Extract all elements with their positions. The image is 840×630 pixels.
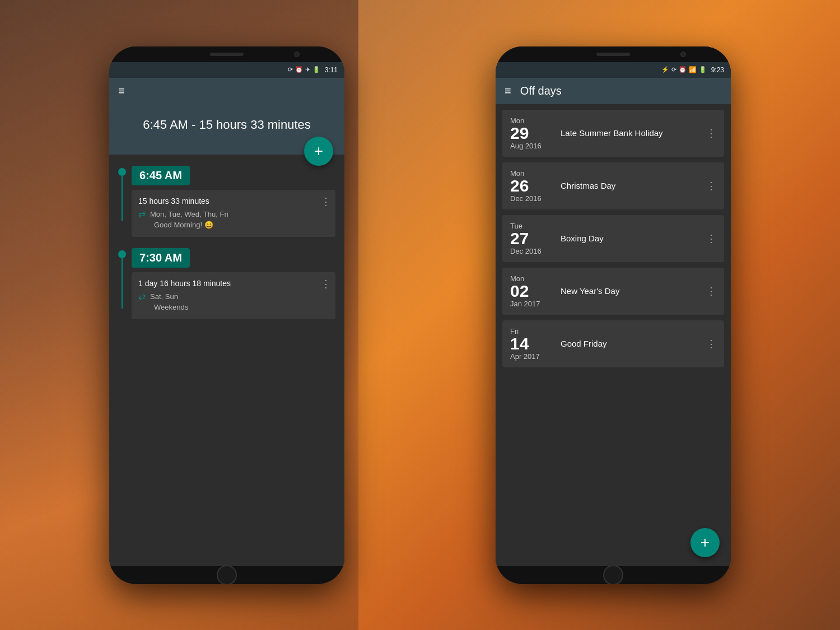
right-phone-top-bar	[496, 46, 731, 62]
right-phone-screen: ⚡ ⟳ ⏰ 📶 🔋 9:23 ≡ Off days Mon 29	[496, 62, 731, 566]
battery-icon: 🔋	[312, 66, 320, 73]
off-day-date-4: Fri 14 Apr 2017	[510, 327, 555, 361]
off-day-date-3: Mon 02 Jan 2017	[510, 274, 555, 308]
camera	[294, 52, 300, 57]
left-status-icons: ⟳ ⏰ ✈ 🔋 3:11	[288, 66, 338, 74]
right-status-icons: ⚡ ⟳ ⏰ 📶 🔋 9:23	[661, 66, 724, 74]
off-day-month-1: Dec 2016	[510, 194, 555, 203]
alarm-1-days: Mon, Tue, Wed, Thu, Fri	[150, 210, 228, 218]
alarm-1-label-row: Good Morning! 😄	[138, 221, 329, 229]
alarm-1-label: Good Morning! 😄	[154, 221, 213, 229]
alarm-2-label: Weekends	[154, 303, 188, 311]
off-day-date-2: Tue 27 Dec 2016	[510, 222, 555, 255]
right-status-bar: ⚡ ⟳ ⏰ 📶 🔋 9:23	[496, 62, 731, 78]
phones-container: ⟳ ⏰ ✈ 🔋 3:11 ≡ 6:45 AM - 15 hours 33 min…	[0, 0, 840, 630]
left-app-header: ≡	[109, 78, 344, 104]
off-day-name-2: Boxing Day	[555, 234, 706, 243]
off-day-card-1[interactable]: Mon 26 Dec 2016 Christmas Day ⋮	[502, 162, 724, 209]
left-status-time: 3:11	[325, 66, 338, 74]
right-battery-icon: 🔋	[699, 66, 707, 73]
timeline-col-1	[118, 166, 126, 221]
alarm-1-duration: 15 hours 33 minutes	[138, 197, 329, 206]
timeline-dot-1	[118, 168, 126, 176]
off-day-date-0: Mon 29 Aug 2016	[510, 116, 555, 150]
airplane-icon: ✈	[305, 66, 310, 73]
off-day-name-3: New Year's Day	[555, 286, 706, 296]
off-day-month-2: Dec 2016	[510, 247, 555, 255]
alarm-content-1: 6:45 AM ⋮ 15 hours 33 minutes ⇄ Mon, Tue…	[132, 166, 335, 246]
off-day-name-0: Late Summer Bank Holiday	[555, 128, 706, 138]
alarm-content-2: 7:30 AM ⋮ 1 day 16 hours 18 minutes ⇄ Sa…	[132, 248, 335, 328]
alarm-card-1: ⋮ 15 hours 33 minutes ⇄ Mon, Tue, Wed, T…	[132, 190, 335, 237]
left-phone-bottom-bar	[109, 566, 344, 584]
left-phone-top-bar	[109, 46, 344, 62]
off-day-month-3: Jan 2017	[510, 300, 555, 308]
alarm-summary-text: 6:45 AM - 15 hours 33 minutes	[120, 118, 333, 132]
right-rotate-icon: ⟳	[671, 66, 676, 73]
right-phone-bottom-bar	[496, 566, 731, 584]
repeat-icon-2: ⇄	[138, 291, 146, 302]
timeline-dot-2	[118, 250, 126, 258]
alarm-1-days-row: ⇄ Mon, Tue, Wed, Thu, Fri	[138, 209, 329, 220]
off-day-0-menu-icon[interactable]: ⋮	[706, 127, 716, 139]
off-day-card-3[interactable]: Mon 02 Jan 2017 New Year's Day ⋮	[502, 268, 724, 315]
alarm-1-menu-icon[interactable]: ⋮	[321, 195, 331, 208]
alarm-2-days: Sat, Sun	[150, 292, 178, 301]
off-day-4-menu-icon[interactable]: ⋮	[706, 338, 716, 350]
right-home-button[interactable]	[603, 565, 623, 584]
alarm-icon: ⏰	[295, 66, 303, 73]
off-day-date-1: Mon 26 Dec 2016	[510, 169, 555, 203]
alarm-2-menu-icon[interactable]: ⋮	[321, 278, 331, 290]
off-day-num-1: 26	[510, 178, 555, 194]
signal-icon: 📶	[689, 66, 697, 73]
off-day-num-4: 14	[510, 335, 555, 352]
off-day-card-4[interactable]: Fri 14 Apr 2017 Good Friday ⋮	[502, 320, 724, 367]
timeline-col-2	[118, 248, 126, 309]
right-alarm-icon: ⏰	[679, 66, 687, 73]
left-home-button[interactable]	[217, 565, 237, 584]
off-day-3-menu-icon[interactable]: ⋮	[706, 285, 716, 297]
alarm-card-2: ⋮ 1 day 16 hours 18 minutes ⇄ Sat, Sun W…	[132, 272, 335, 319]
off-day-2-menu-icon[interactable]: ⋮	[706, 232, 716, 245]
bluetooth-icon: ⚡	[661, 66, 669, 73]
off-days-list: Mon 29 Aug 2016 Late Summer Bank Holiday…	[496, 104, 731, 566]
left-hamburger-icon[interactable]: ≡	[118, 85, 125, 97]
off-day-num-3: 02	[510, 283, 555, 300]
right-fab-button[interactable]: +	[690, 528, 720, 557]
right-app-header: ≡ Off days	[496, 78, 731, 104]
right-hamburger-icon[interactable]: ≡	[505, 85, 511, 97]
off-day-card-0[interactable]: Mon 29 Aug 2016 Late Summer Bank Holiday…	[502, 110, 724, 157]
alarm-summary-wrap: 6:45 AM - 15 hours 33 minutes +	[109, 104, 344, 155]
off-day-card-2[interactable]: Tue 27 Dec 2016 Boxing Day ⋮	[502, 215, 724, 262]
right-app-title: Off days	[520, 85, 562, 97]
off-day-name-4: Good Friday	[555, 339, 706, 348]
left-status-bar: ⟳ ⏰ ✈ 🔋 3:11	[109, 62, 344, 78]
off-day-num-2: 27	[510, 230, 555, 247]
off-day-month-4: Apr 2017	[510, 352, 555, 361]
speaker	[210, 53, 244, 56]
alarm-2-label-row: Weekends	[138, 303, 329, 311]
timeline-line-1	[122, 176, 123, 221]
alarm-2-duration: 1 day 16 hours 18 minutes	[138, 279, 329, 288]
left-phone-screen: ⟳ ⏰ ✈ 🔋 3:11 ≡ 6:45 AM - 15 hours 33 min…	[109, 62, 344, 566]
off-day-num-0: 29	[510, 125, 555, 142]
rotate-icon: ⟳	[288, 66, 293, 73]
off-day-month-0: Aug 2016	[510, 142, 555, 150]
off-day-1-menu-icon[interactable]: ⋮	[706, 180, 716, 192]
left-alarm-list: 6:45 AM ⋮ 15 hours 33 minutes ⇄ Mon, Tue…	[109, 155, 344, 566]
left-phone: ⟳ ⏰ ✈ 🔋 3:11 ≡ 6:45 AM - 15 hours 33 min…	[109, 46, 344, 584]
alarm-time-2[interactable]: 7:30 AM	[132, 248, 190, 268]
left-fab-button[interactable]: +	[304, 137, 333, 166]
right-status-time: 9:23	[711, 66, 724, 74]
alarm-entry-1: 6:45 AM ⋮ 15 hours 33 minutes ⇄ Mon, Tue…	[118, 166, 335, 246]
alarm-entry-2: 7:30 AM ⋮ 1 day 16 hours 18 minutes ⇄ Sa…	[118, 248, 335, 328]
right-phone: ⚡ ⟳ ⏰ 📶 🔋 9:23 ≡ Off days Mon 29	[496, 46, 731, 584]
right-camera	[680, 52, 686, 57]
right-speaker	[596, 53, 630, 56]
repeat-icon-1: ⇄	[138, 209, 146, 220]
timeline-line-2	[122, 258, 123, 309]
off-day-name-1: Christmas Day	[555, 181, 706, 190]
alarm-time-1[interactable]: 6:45 AM	[132, 166, 190, 185]
alarm-2-days-row: ⇄ Sat, Sun	[138, 291, 329, 302]
